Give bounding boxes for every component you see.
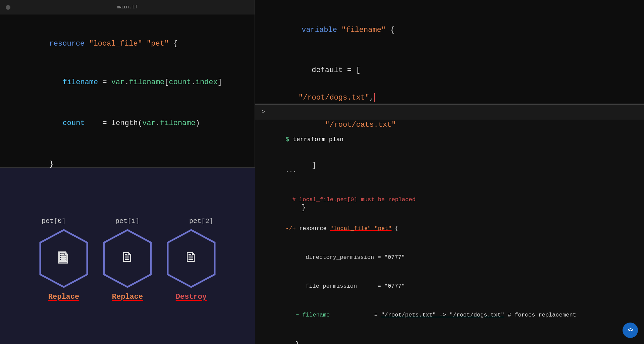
hex-wrapper-1: 🗎 (101, 228, 154, 289)
editor-content: resource "local_file" "pet" { filename =… (0, 14, 255, 194)
var-line-3: "/root/dogs.txt", (275, 91, 624, 105)
action-label-1: Replace (112, 293, 143, 301)
hex-pet-0: 🗎 🗎 🗎 Replace (37, 228, 91, 301)
code-line-3: count = length(var.filename) (14, 104, 241, 142)
hex-pet-1: 🗎 Replace (101, 228, 154, 301)
kw-count: count (63, 119, 85, 127)
code-line-1: resource "local_file" "pet" { (14, 25, 241, 63)
doc-icon-2: 🗎 (184, 249, 198, 266)
hex-wrapper-0: 🗎 🗎 🗎 (37, 228, 91, 289)
editor-titlebar: main.tf (0, 0, 255, 14)
var-line-1: variable "filename" { (275, 10, 624, 50)
kw-filename: filename (63, 78, 98, 87)
nav-button[interactable]: <> (623, 323, 638, 338)
var-line-5: ] (275, 146, 624, 185)
left-panel: main.tf resource "local_file" "pet" { fi… (0, 0, 255, 344)
code-line-4: } (14, 146, 241, 183)
var-line-6: } (275, 188, 624, 228)
hexagons-row: 🗎 🗎 🗎 Replace 🗎 Replace (37, 228, 218, 301)
var-line-2: default = [ (275, 51, 624, 91)
pet-labels: pet[0] pet[1] pet[2] (17, 217, 238, 225)
terminal-prompt-icon: > _ (262, 107, 272, 117)
term-file-perm-0: file_permission = "0777" (265, 272, 634, 300)
term-dir-perm-0: directory_permission = "0777" (265, 243, 634, 272)
pet-label-1: pet[1] (97, 217, 158, 225)
action-label-0: Replace (48, 293, 79, 301)
string-pet: "pet" (147, 40, 169, 48)
term-filename-0: ~ filename = "/root/pets.txt" -> "/root/… (265, 301, 634, 329)
term-close-0: } (265, 330, 634, 344)
traffic-light-icon (6, 5, 10, 10)
pet-label-0: pet[0] (23, 217, 84, 225)
nav-icon: <> (628, 327, 633, 333)
var-line-4: "/root/cats.txt" (275, 105, 624, 145)
keyword-resource: resource (49, 40, 89, 48)
diagram-section: pet[0] pet[1] pet[2] 🗎 🗎 🗎 Replace (0, 168, 255, 344)
cursor (374, 93, 375, 102)
editor-title: main.tf (117, 4, 138, 10)
doc-icon-0: 🗎 (57, 249, 71, 266)
right-panel: variable "filename" { default = [ "/root… (255, 0, 644, 344)
hex-wrapper-2: 🗎 (164, 228, 218, 289)
doc-icon-1: 🗎 (120, 249, 135, 266)
kw-var: var (111, 78, 125, 87)
string-local-file: "local_file" (89, 40, 142, 48)
variable-editor: variable "filename" { default = [ "/root… (255, 0, 644, 105)
pet-label-2: pet[2] (171, 217, 231, 225)
code-line-2: filename = var.filename[count.index] (14, 63, 241, 101)
hex-pet-2: 🗎 Destroy (164, 228, 218, 301)
editor-window: main.tf resource "local_file" "pet" { fi… (0, 0, 255, 168)
action-label-2: Destroy (176, 293, 207, 301)
